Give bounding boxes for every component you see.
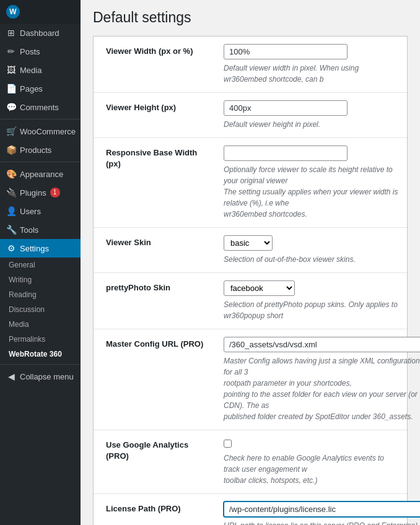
viewer-skin-label: Viewer Skin xyxy=(94,228,217,272)
viewer-width-label: Viewer Width (px or %) xyxy=(94,37,217,92)
license-path-description: URL path to license.lic on this server (… xyxy=(224,520,420,525)
prettyphoto-skin-select[interactable]: facebook pp_default dark_rounded dark_sq… xyxy=(224,280,295,296)
responsive-width-label: Responsive Base Width (px) xyxy=(94,138,217,227)
sidebar: W ⊞ Dashboard ✏ Posts 🖼 Media 📄 Pages 💬 … xyxy=(0,0,81,525)
sidebar-item-appearance[interactable]: 🎨 Appearance xyxy=(0,165,81,183)
wordpress-icon: W xyxy=(6,5,20,19)
prettyphoto-skin-description: Selection of prettyPhoto popup skins. On… xyxy=(224,299,401,321)
sidebar-item-settings-label: Settings xyxy=(20,244,49,253)
sidebar-item-tools-label: Tools xyxy=(20,225,38,235)
tools-icon: 🔧 xyxy=(6,225,16,235)
master-config-field: Master Config allows having just a singl… xyxy=(217,329,420,430)
sidebar-logo: W xyxy=(0,0,81,24)
settings-row-viewer-height: Viewer Height (px) Default viewer height… xyxy=(94,93,407,138)
comments-icon: 💬 xyxy=(6,102,16,112)
viewer-height-field: Default viewer height in pixel. xyxy=(217,93,407,137)
sidebar-sep-2 xyxy=(0,162,81,162)
google-analytics-label: Use Google Analytics (PRO) xyxy=(94,430,217,493)
sidebar-item-plugins[interactable]: 🔌 Plugins 1 xyxy=(0,183,81,202)
google-analytics-checkbox[interactable] xyxy=(224,440,232,448)
sidebar-item-users-label: Users xyxy=(20,207,41,216)
viewer-width-input[interactable] xyxy=(224,44,348,59)
submenu-item-permalinks[interactable]: Permalinks xyxy=(0,332,81,347)
submenu-item-writing[interactable]: Writing xyxy=(0,272,81,287)
viewer-height-input[interactable] xyxy=(224,100,348,116)
submenu-item-discussion[interactable]: Discussion xyxy=(0,302,81,317)
sidebar-item-pages[interactable]: 📄 Pages xyxy=(0,79,81,98)
sidebar-item-woocommerce-label: WooCommerce xyxy=(20,127,76,136)
responsive-width-field: Optionally force viewer to scale its hei… xyxy=(217,138,407,227)
google-analytics-field: Check here to enable Google Analytics ev… xyxy=(217,430,407,493)
viewer-skin-field: basic minimal custom Selection of out-of… xyxy=(217,228,407,272)
master-config-input[interactable] xyxy=(224,337,420,352)
sidebar-item-posts-label: Posts xyxy=(20,47,40,56)
settings-submenu: General Writing Reading Discussion Media… xyxy=(0,258,81,362)
license-path-field: URL path to license.lic on this server (… xyxy=(217,494,420,525)
sidebar-sep-3 xyxy=(0,364,81,365)
master-config-label: Master Config URL (PRO) xyxy=(94,329,217,430)
sidebar-sep-1 xyxy=(0,119,81,119)
settings-row-master-config: Master Config URL (PRO) Master Config al… xyxy=(94,329,407,430)
sidebar-item-users[interactable]: 👤 Users xyxy=(0,202,81,220)
submenu-item-reading[interactable]: Reading xyxy=(0,287,81,302)
viewer-skin-select-wrapper: basic minimal custom xyxy=(224,235,401,251)
settings-row-responsive-width: Responsive Base Width (px) Optionally fo… xyxy=(94,138,407,228)
viewer-height-label: Viewer Height (px) xyxy=(94,93,217,137)
prettyphoto-skin-select-wrapper: facebook pp_default dark_rounded dark_sq… xyxy=(224,280,401,296)
users-icon: 👤 xyxy=(6,206,16,216)
viewer-width-field: Default viewer width in pixel. When usin… xyxy=(217,37,407,92)
submenu-item-general[interactable]: General xyxy=(0,258,81,272)
google-analytics-description: Check here to enable Google Analytics ev… xyxy=(224,453,401,486)
media-icon: 🖼 xyxy=(6,65,16,75)
submenu-item-webrotate360[interactable]: WebRotate 360 xyxy=(0,347,81,362)
prettyphoto-skin-field: facebook pp_default dark_rounded dark_sq… xyxy=(217,273,407,329)
sidebar-item-comments[interactable]: 💬 Comments xyxy=(0,98,81,116)
settings-icon: ⚙ xyxy=(6,243,16,253)
appearance-icon: 🎨 xyxy=(6,169,16,179)
sidebar-item-media[interactable]: 🖼 Media xyxy=(0,61,81,79)
sidebar-item-tools[interactable]: 🔧 Tools xyxy=(0,220,81,239)
products-icon: 📦 xyxy=(6,145,16,155)
submenu-item-media-sub[interactable]: Media xyxy=(0,317,81,332)
sidebar-item-dashboard-label: Dashboard xyxy=(20,28,59,38)
posts-icon: ✏ xyxy=(6,46,16,56)
page-title: Default settings xyxy=(93,9,408,26)
sidebar-item-pages-label: Pages xyxy=(20,84,43,93)
pages-icon: 📄 xyxy=(6,84,16,93)
dashboard-icon: ⊞ xyxy=(6,28,16,38)
sidebar-item-appearance-label: Appearance xyxy=(20,170,63,179)
master-config-description: Master Config allows having just a singl… xyxy=(224,355,420,422)
settings-row-license-path: License Path (PRO) URL path to license.l… xyxy=(94,494,407,525)
prettyphoto-skin-label: prettyPhoto Skin xyxy=(94,273,217,329)
license-path-label: License Path (PRO) xyxy=(94,494,217,525)
sidebar-item-woocommerce[interactable]: 🛒 WooCommerce xyxy=(0,122,81,141)
responsive-width-description: Optionally force viewer to scale its hei… xyxy=(224,164,401,220)
sidebar-item-products-label: Products xyxy=(20,145,51,155)
sidebar-item-settings[interactable]: ⚙ Settings xyxy=(0,239,81,258)
settings-container: Viewer Width (px or %) Default viewer wi… xyxy=(93,36,408,525)
responsive-width-input[interactable] xyxy=(224,145,348,161)
viewer-skin-description: Selection of out-of-the-box viewer skins… xyxy=(224,254,401,265)
sidebar-item-comments-label: Comments xyxy=(20,103,59,112)
sidebar-item-collapse[interactable]: ◀ Collapse menu xyxy=(0,367,81,386)
sidebar-item-dashboard[interactable]: ⊞ Dashboard xyxy=(0,24,81,42)
settings-row-prettyphoto-skin: prettyPhoto Skin facebook pp_default dar… xyxy=(94,273,407,329)
settings-row-viewer-skin: Viewer Skin basic minimal custom Selecti… xyxy=(94,228,407,273)
main-content: Default settings Viewer Width (px or %) … xyxy=(81,0,420,525)
collapse-icon: ◀ xyxy=(6,371,16,381)
sidebar-item-products[interactable]: 📦 Products xyxy=(0,141,81,159)
license-path-input[interactable] xyxy=(224,501,420,517)
woocommerce-icon: 🛒 xyxy=(6,126,16,136)
viewer-width-description: Default viewer width in pixel. When usin… xyxy=(224,63,401,85)
plugins-icon: 🔌 xyxy=(6,188,16,197)
viewer-skin-select[interactable]: basic minimal custom xyxy=(224,235,273,251)
collapse-label: Collapse menu xyxy=(20,372,74,381)
sidebar-item-media-label: Media xyxy=(20,66,42,75)
plugins-badge: 1 xyxy=(50,188,60,197)
settings-row-google-analytics: Use Google Analytics (PRO) Check here to… xyxy=(94,430,407,494)
viewer-height-description: Default viewer height in pixel. xyxy=(224,119,401,130)
settings-row-viewer-width: Viewer Width (px or %) Default viewer wi… xyxy=(94,37,407,93)
sidebar-item-plugins-label: Plugins xyxy=(20,188,46,197)
sidebar-item-posts[interactable]: ✏ Posts xyxy=(0,42,81,61)
